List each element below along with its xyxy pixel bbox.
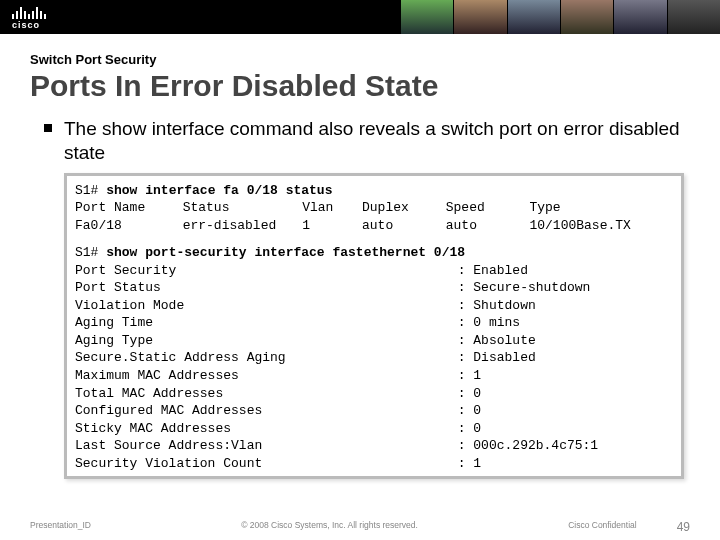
kv-key: Port Status xyxy=(75,279,458,297)
section-label: Switch Port Security xyxy=(30,52,690,67)
kv-key: Total MAC Addresses xyxy=(75,385,458,403)
cli-prompt: S1# xyxy=(75,245,98,260)
cell-vlan: 1 xyxy=(302,217,362,235)
header-photo-strip xyxy=(400,0,720,34)
cell-status: err-disabled xyxy=(183,217,303,235)
kv-value: : Absolute xyxy=(458,332,673,350)
cisco-logo-icon xyxy=(12,5,46,19)
confidential-label: Cisco Confidential xyxy=(568,520,637,534)
cli-command-2: show port-security interface fastetherne… xyxy=(106,245,465,260)
slide-footer: Presentation_ID © 2008 Cisco Systems, In… xyxy=(0,520,720,534)
kv-value: : Secure-shutdown xyxy=(458,279,673,297)
kv-value: : Shutdown xyxy=(458,297,673,315)
kv-value: : Enabled xyxy=(458,262,673,280)
kv-row: Security Violation Count: 1 xyxy=(75,455,673,473)
kv-row: Port Status: Secure-shutdown xyxy=(75,279,673,297)
col-status: Status xyxy=(183,199,303,217)
kv-row: Total MAC Addresses: 0 xyxy=(75,385,673,403)
cell-speed: auto xyxy=(446,217,530,235)
port-security-table: Port Security: EnabledPort Status: Secur… xyxy=(75,262,673,473)
col-portname: Port Name xyxy=(75,199,183,217)
kv-key: Port Security xyxy=(75,262,458,280)
kv-key: Maximum MAC Addresses xyxy=(75,367,458,385)
cli-line: S1# show interface fa 0/18 status xyxy=(75,182,673,200)
kv-value: : 1 xyxy=(458,455,673,473)
col-duplex: Duplex xyxy=(362,199,446,217)
presentation-id: Presentation_ID xyxy=(30,520,91,534)
kv-value: : 1 xyxy=(458,367,673,385)
slide-content: Switch Port Security Ports In Error Disa… xyxy=(0,34,720,483)
kv-key: Aging Type xyxy=(75,332,458,350)
kv-row: Aging Type: Absolute xyxy=(75,332,673,350)
kv-value: : 0 xyxy=(458,385,673,403)
kv-value: : 0 xyxy=(458,402,673,420)
kv-row: Secure.Static Address Aging: Disabled xyxy=(75,349,673,367)
kv-key: Last Source Address:Vlan xyxy=(75,437,458,455)
slide-title: Ports In Error Disabled State xyxy=(30,69,690,103)
cell-port: Fa0/18 xyxy=(75,217,183,235)
cisco-logo-text: cisco xyxy=(12,21,46,30)
cli-line: S1# show port-security interface fasteth… xyxy=(75,244,673,262)
kv-value: : 0 xyxy=(458,420,673,438)
kv-row: Last Source Address:Vlan: 000c.292b.4c75… xyxy=(75,437,673,455)
copyright: © 2008 Cisco Systems, Inc. All rights re… xyxy=(91,520,568,534)
status-data-row: Fa0/18 err-disabled 1 auto auto 10/100Ba… xyxy=(75,217,673,235)
kv-key: Sticky MAC Addresses xyxy=(75,420,458,438)
bullet-text: The show interface command also reveals … xyxy=(30,117,690,165)
kv-value: : 0 mins xyxy=(458,314,673,332)
cell-type: 10/100Base.TX xyxy=(529,217,673,235)
kv-key: Configured MAC Addresses xyxy=(75,402,458,420)
kv-key: Secure.Static Address Aging xyxy=(75,349,458,367)
cli-prompt: S1# xyxy=(75,183,98,198)
kv-key: Security Violation Count xyxy=(75,455,458,473)
page-number: 49 xyxy=(677,520,690,534)
kv-value: : 000c.292b.4c75:1 xyxy=(458,437,673,455)
kv-row: Port Security: Enabled xyxy=(75,262,673,280)
top-bar: cisco xyxy=(0,0,720,34)
kv-key: Aging Time xyxy=(75,314,458,332)
kv-value: : Disabled xyxy=(458,349,673,367)
cli-command-1: show interface fa 0/18 status xyxy=(106,183,332,198)
status-table: Port Name Status Vlan Duplex Speed Type … xyxy=(75,199,673,234)
kv-row: Configured MAC Addresses: 0 xyxy=(75,402,673,420)
col-vlan: Vlan xyxy=(302,199,362,217)
col-speed: Speed xyxy=(446,199,530,217)
kv-key: Violation Mode xyxy=(75,297,458,315)
status-header-row: Port Name Status Vlan Duplex Speed Type xyxy=(75,199,673,217)
cell-duplex: auto xyxy=(362,217,446,235)
kv-row: Sticky MAC Addresses: 0 xyxy=(75,420,673,438)
kv-row: Aging Time: 0 mins xyxy=(75,314,673,332)
cisco-logo: cisco xyxy=(12,5,46,30)
cli-output-box: S1# show interface fa 0/18 status Port N… xyxy=(64,173,684,479)
kv-row: Maximum MAC Addresses: 1 xyxy=(75,367,673,385)
kv-row: Violation Mode: Shutdown xyxy=(75,297,673,315)
col-type: Type xyxy=(529,199,673,217)
